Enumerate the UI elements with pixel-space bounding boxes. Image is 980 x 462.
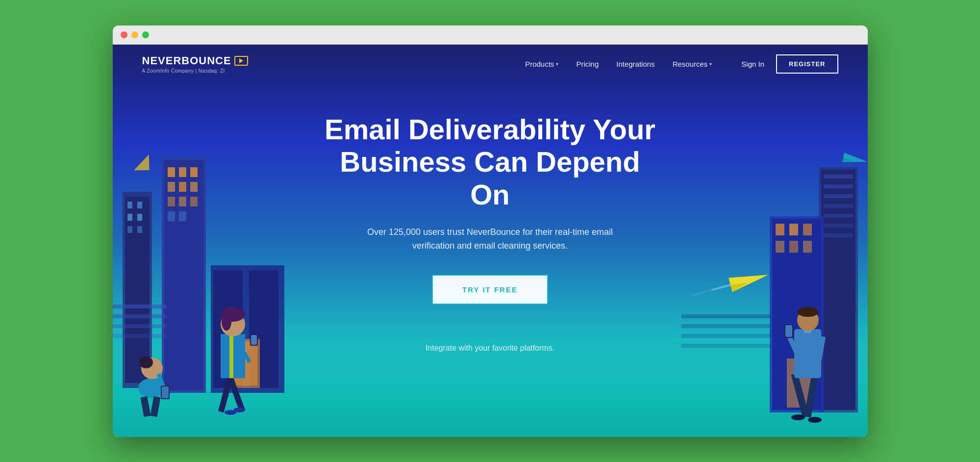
navbar: NEVERBOUNCE A ZoomInfo Company | Nasdaq:… [113, 45, 868, 84]
sign-in-link[interactable]: Sign In [741, 60, 764, 68]
nav-item-resources[interactable]: Resources ▾ [673, 60, 712, 68]
maximize-dot[interactable] [142, 31, 149, 38]
logo-subtitle: A ZoomInfo Company | Nasdaq: ZI [142, 68, 248, 74]
logo-area: NEVERBOUNCE A ZoomInfo Company | Nasdaq:… [142, 54, 248, 74]
chevron-down-icon: ▾ [709, 61, 712, 67]
browser-chrome [113, 26, 868, 45]
browser-window: NEVERBOUNCE A ZoomInfo Company | Nasdaq:… [113, 26, 868, 437]
nav-item-products[interactable]: Products ▾ [525, 60, 558, 68]
browser-body: NEVERBOUNCE A ZoomInfo Company | Nasdaq:… [113, 45, 868, 437]
bottom-section: Integrate with your favorite platforms. [113, 324, 868, 362]
svg-point-77 [808, 417, 822, 423]
close-dot[interactable] [121, 31, 127, 38]
hero-title: Email Deliverability Your Business Can D… [319, 113, 662, 211]
svg-point-76 [791, 414, 805, 420]
hero-subtitle: Over 125,000 users trust NeverBounce for… [363, 225, 618, 254]
hero-section: Email Deliverability Your Business Can D… [113, 84, 868, 325]
site-wrapper: NEVERBOUNCE A ZoomInfo Company | Nasdaq:… [113, 45, 868, 437]
logo-name: NEVERBOUNCE [142, 54, 231, 67]
svg-rect-36 [162, 386, 169, 398]
svg-rect-37 [140, 396, 151, 417]
nav-right: Sign In REGISTER [741, 54, 838, 74]
logo[interactable]: NEVERBOUNCE [142, 54, 248, 67]
chevron-down-icon: ▾ [556, 61, 558, 67]
svg-point-42 [233, 408, 245, 412]
register-button[interactable]: REGISTER [776, 54, 838, 74]
logo-icon [234, 56, 248, 66]
integrate-text: Integrate with your favorite platforms. [123, 344, 858, 353]
nav-links: Products ▾ Pricing Integrations Resource… [525, 60, 712, 68]
try-free-button[interactable]: TRY IT FREE [432, 275, 548, 305]
nav-item-pricing[interactable]: Pricing [576, 60, 599, 68]
minimize-dot[interactable] [131, 31, 138, 38]
svg-rect-38 [150, 396, 160, 417]
nav-item-integrations[interactable]: Integrations [616, 60, 654, 68]
